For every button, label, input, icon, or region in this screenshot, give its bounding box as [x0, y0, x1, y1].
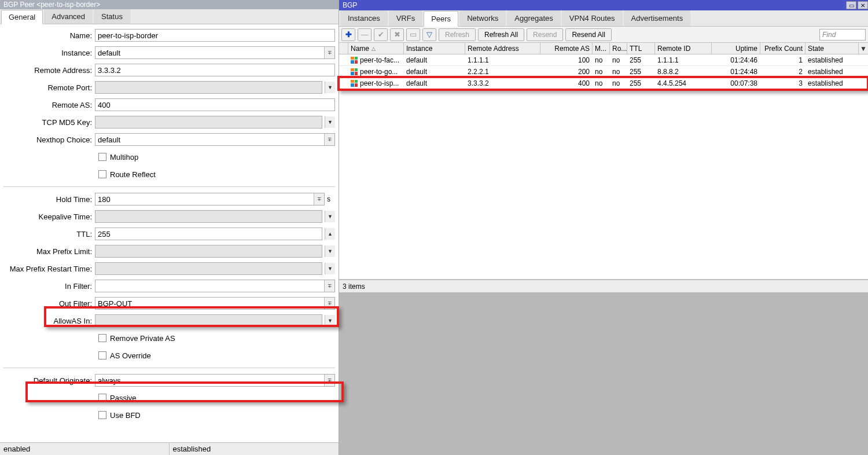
peer-icon: [351, 80, 358, 87]
field-max-prefix-restart[interactable]: [95, 263, 322, 274]
section-separator-1: [3, 186, 335, 187]
peers-grid: Name△ Instance Remote Address Remote AS …: [339, 43, 868, 280]
field-remote-port[interactable]: [95, 82, 322, 93]
right-title-text: BGP: [343, 1, 357, 9]
tcp-md5-expand-icon[interactable]: ▼: [325, 116, 335, 128]
label-remote-address: Remote Address:: [3, 66, 95, 75]
field-remote-address[interactable]: [95, 64, 334, 76]
col-ttl[interactable]: TTL: [627, 43, 655, 54]
keepalive-expand-icon[interactable]: ▼: [325, 211, 335, 222]
tab-vrfs[interactable]: VRFs: [389, 10, 423, 26]
resend-button[interactable]: Resend: [527, 28, 563, 41]
col-uptime[interactable]: Uptime: [712, 43, 760, 54]
sort-asc-icon: △: [372, 46, 376, 52]
hold-time-dropdown-icon[interactable]: ∓: [314, 193, 324, 205]
tab-general[interactable]: General: [1, 10, 43, 24]
tab-networks[interactable]: Networks: [459, 10, 506, 26]
col-remote-address[interactable]: Remote Address: [465, 43, 540, 54]
field-ttl[interactable]: [95, 228, 322, 240]
hold-time-suffix: s: [327, 195, 335, 203]
comment-button[interactable]: ▭: [406, 28, 420, 41]
col-route-reflect[interactable]: Ro...: [610, 43, 627, 54]
checkbox-multihop[interactable]: [98, 153, 106, 161]
tab-vpn4-routes[interactable]: VPN4 Routes: [562, 10, 623, 26]
tab-peers[interactable]: Peers: [424, 11, 458, 27]
find-input[interactable]: Find: [819, 29, 866, 41]
bgp-window: BGP ▭ ✕ Instances VRFs Peers Networks Ag…: [339, 0, 868, 455]
max-prefix-expand-icon[interactable]: ▼: [325, 245, 335, 257]
label-as-override: AS Override: [110, 351, 151, 360]
label-in-filter: In Filter:: [3, 282, 95, 291]
col-multihop[interactable]: M...: [593, 43, 610, 54]
resend-all-button[interactable]: Resend All: [565, 28, 611, 41]
left-title-bar: BGP Peer <peer-to-isp-border>: [0, 0, 339, 9]
col-remote-as[interactable]: Remote AS: [540, 43, 593, 54]
field-remote-as[interactable]: [95, 99, 334, 111]
filter-icon[interactable]: ▽: [422, 28, 436, 41]
label-hold-time: Hold Time:: [3, 195, 95, 204]
minimize-icon[interactable]: ▭: [846, 1, 856, 9]
tab-status[interactable]: Status: [94, 9, 130, 24]
remove-button[interactable]: —: [358, 28, 372, 41]
remote-port-expand-icon[interactable]: ▼: [325, 82, 335, 93]
refresh-button[interactable]: Refresh: [439, 28, 476, 41]
ttl-expand-icon[interactable]: ▲: [325, 228, 335, 240]
instance-dropdown-icon[interactable]: ∓: [324, 47, 334, 58]
label-max-prefix: Max Prefix Limit:: [3, 247, 95, 256]
col-remote-id[interactable]: Remote ID: [655, 43, 712, 54]
columns-menu-icon[interactable]: ▼: [859, 43, 868, 54]
refresh-all-button[interactable]: Refresh All: [478, 28, 524, 41]
field-hold-time[interactable]: [95, 193, 314, 205]
right-title-bar: BGP ▭ ✕: [339, 0, 868, 10]
field-allowas-in[interactable]: [95, 315, 322, 326]
checkbox-route-reflect[interactable]: [98, 170, 106, 178]
label-passive: Passive: [110, 394, 137, 402]
grid-body: peer-to-fac... default 1.1.1.1 100 no no…: [339, 54, 868, 279]
field-out-filter[interactable]: [95, 298, 324, 309]
label-multihop: Multihop: [110, 153, 138, 162]
peer-icon: [351, 68, 358, 75]
disable-button[interactable]: ✖: [390, 28, 404, 41]
grid-header: Name△ Instance Remote Address Remote AS …: [339, 43, 868, 54]
right-tabs: Instances VRFs Peers Networks Aggregates…: [339, 10, 868, 27]
out-filter-dropdown-icon[interactable]: ∓: [324, 298, 334, 309]
col-marker[interactable]: [339, 43, 348, 54]
tab-advertisements[interactable]: Advertisements: [624, 10, 691, 26]
allowas-expand-icon[interactable]: ▼: [325, 315, 335, 326]
section-separator-2: [3, 368, 335, 368]
label-remove-private-as: Remove Private AS: [110, 334, 175, 343]
nexthop-dropdown-icon[interactable]: ∓: [324, 134, 334, 145]
field-name[interactable]: [95, 30, 334, 41]
max-prefix-restart-expand-icon[interactable]: ▼: [325, 263, 335, 274]
left-status-bar: enabled established: [0, 442, 339, 455]
tab-instances[interactable]: Instances: [340, 10, 388, 26]
checkbox-as-override[interactable]: [98, 351, 106, 359]
enable-button[interactable]: ✔: [374, 28, 388, 41]
tab-aggregates[interactable]: Aggregates: [507, 10, 561, 26]
add-button[interactable]: ✚: [341, 28, 355, 41]
field-in-filter[interactable]: [95, 280, 324, 292]
field-instance[interactable]: [95, 47, 324, 58]
checkbox-use-bfd[interactable]: [98, 411, 106, 419]
field-nexthop[interactable]: [95, 134, 324, 145]
table-row[interactable]: peer-to-fac... default 1.1.1.1 100 no no…: [339, 54, 868, 66]
table-row[interactable]: peer-to-go... default 2.2.2.1 200 no no …: [339, 66, 868, 78]
checkbox-remove-private-as[interactable]: [98, 334, 106, 342]
col-name[interactable]: Name△: [348, 43, 404, 54]
default-originate-dropdown-icon[interactable]: ∓: [324, 375, 334, 386]
col-state[interactable]: State: [806, 43, 859, 54]
col-instance[interactable]: Instance: [404, 43, 465, 54]
field-tcp-md5[interactable]: [95, 116, 322, 128]
status-enabled: enabled: [0, 443, 170, 455]
close-icon[interactable]: ✕: [858, 1, 868, 9]
tab-advanced[interactable]: Advanced: [44, 9, 93, 24]
background-area: [339, 292, 868, 455]
field-default-originate[interactable]: [95, 375, 324, 386]
col-prefix-count[interactable]: Prefix Count: [760, 43, 806, 54]
label-allowas-in: AllowAS In:: [3, 317, 95, 325]
checkbox-passive[interactable]: [98, 394, 106, 402]
in-filter-dropdown-icon[interactable]: ∓: [324, 280, 334, 292]
table-row[interactable]: peer-to-isp... default 3.3.3.2 400 no no…: [339, 78, 868, 89]
field-keepalive[interactable]: [95, 211, 322, 222]
field-max-prefix[interactable]: [95, 245, 322, 257]
